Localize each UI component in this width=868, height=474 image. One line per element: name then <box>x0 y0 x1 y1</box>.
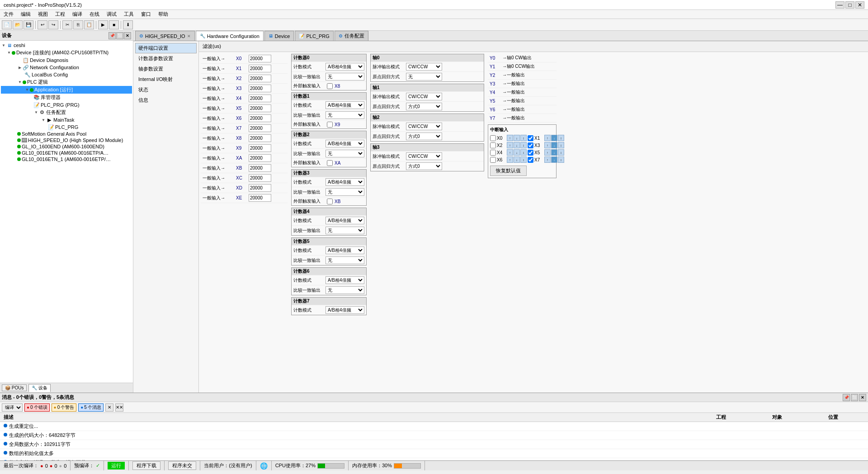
minimize-button[interactable]: — <box>835 1 844 9</box>
expand-icon[interactable] <box>17 57 23 63</box>
io-filter-input-x3[interactable] <box>249 85 271 92</box>
axis-1-home-select[interactable]: 方式0 <box>406 103 442 110</box>
axis-0-pulse-select[interactable]: CW/CCW <box>406 63 442 71</box>
int-icon-both[interactable]: ↕ <box>558 135 564 141</box>
menu-online[interactable]: 在线 <box>88 11 101 18</box>
io-filter-input-x4[interactable] <box>249 95 271 102</box>
counter-0-mode-select[interactable]: A/B相4倍频 <box>326 63 364 71</box>
counter-6-compare-select[interactable]: 无 <box>326 286 364 294</box>
counter-4-compare-select[interactable]: 无 <box>326 227 364 234</box>
hw-menu-status[interactable]: 状态 <box>135 85 197 95</box>
messages-pin-button[interactable]: 📌 <box>843 394 850 401</box>
int-icon-rise[interactable]: ↑ <box>544 135 551 141</box>
counter-1-compare-select[interactable]: 无 <box>326 111 364 119</box>
io-filter-input-xe[interactable] <box>249 194 271 202</box>
menu-project[interactable]: 工程 <box>53 11 67 18</box>
io-filter-input-x1[interactable] <box>249 65 271 72</box>
sidebar-item-softmotion[interactable]: SoftMotion General Axis Pool <box>1 131 132 137</box>
messages-clear-button[interactable]: ✕ <box>105 403 113 412</box>
int-icon-rise[interactable]: ↑ <box>544 149 551 156</box>
int-icon-rise[interactable]: ↑ <box>507 156 513 163</box>
int-icon-fall[interactable]: ↓ <box>514 156 520 163</box>
int-icon-both[interactable]: ↕ <box>520 156 527 163</box>
counter-1-mode-select[interactable]: A/B相4倍频 <box>326 101 364 109</box>
io-filter-input-x2[interactable] <box>249 75 271 82</box>
tab-io-close[interactable]: ✕ <box>187 34 191 38</box>
sidebar-item-root[interactable]: ▼ 🖥 ceshi <box>1 42 132 49</box>
interrupt-x2-check[interactable] <box>490 142 496 148</box>
menu-compile[interactable]: 编译 <box>71 11 84 18</box>
close-button[interactable]: ✕ <box>855 1 864 9</box>
io-filter-input-x7[interactable] <box>249 124 271 132</box>
int-icon-both[interactable]: ↕ <box>558 149 564 156</box>
sidebar-tab-pous[interactable]: 📦 POUs <box>2 384 27 391</box>
tab-hardware-config[interactable]: 🔧 Hardware Configuration <box>196 31 264 41</box>
messages-close-button[interactable]: ✕ <box>859 394 866 401</box>
interrupt-x7-check[interactable] <box>528 157 533 163</box>
menu-file[interactable]: 文件 <box>2 11 15 18</box>
tab-task-config[interactable]: ⚙ 任务配置 <box>335 31 368 41</box>
menu-help[interactable]: 帮助 <box>156 11 170 18</box>
axis-1-pulse-select[interactable]: CW/CCW <box>406 93 442 100</box>
hw-menu-counter[interactable]: 计数器参数设置 <box>135 53 197 64</box>
sidebar-item-network-config[interactable]: ▶ 🔗 Network Configuration <box>1 64 132 71</box>
io-filter-input-xb[interactable] <box>249 164 271 172</box>
sidebar-item-plc[interactable]: ▼ PLC 逻辑 <box>1 78 132 86</box>
sidebar-float-button[interactable]: ⬜ <box>116 32 123 39</box>
sidebar-item-task-config[interactable]: ▼ ⚙ 任务配置 <box>1 109 132 116</box>
counter-2-trigger-check[interactable] <box>327 160 333 166</box>
io-filter-input-x8[interactable] <box>249 134 271 142</box>
sidebar-item-device[interactable]: ▼ Device [连接的] (AM402-CPU1608TP/TN) <box>1 49 132 57</box>
counter-6-mode-select[interactable]: A/B相4倍频 <box>326 276 364 284</box>
int-icon-both[interactable]: ↕ <box>520 135 527 141</box>
int-icon-fall[interactable]: ↓ <box>514 149 520 156</box>
restore-defaults-button[interactable]: 恢复默认值 <box>490 166 527 176</box>
counter-7-mode-select[interactable]: A/B相4倍频 <box>326 306 364 314</box>
tab-device[interactable]: 🖥 Device <box>264 31 294 41</box>
sidebar-item-highspeed-io[interactable]: IO HIGH_SPEED_IO (High Speed IO Module) <box>1 137 132 143</box>
counter-3-trigger-check[interactable] <box>327 199 333 204</box>
menu-tools[interactable]: 工具 <box>122 11 136 18</box>
io-filter-input-xa[interactable] <box>249 154 271 162</box>
axis-3-pulse-select[interactable]: CW/CCW <box>406 152 442 160</box>
messages-float-button[interactable]: ⬜ <box>851 394 858 401</box>
interrupt-x1-check[interactable] <box>528 135 533 141</box>
sidebar-tab-devices[interactable]: 🔧 设备 <box>28 384 51 392</box>
expand-icon[interactable]: ▼ <box>41 117 46 123</box>
cut-button[interactable]: ✂ <box>62 20 72 29</box>
expand-icon[interactable]: ▼ <box>1 43 6 48</box>
sidebar-item-device-diagnosis[interactable]: 📋 Device Diagnosis <box>1 57 132 64</box>
int-icon-fall[interactable]: ↓ <box>514 142 520 148</box>
axis-2-pulse-select[interactable]: CW/CCW <box>406 123 442 130</box>
build-button[interactable]: ▶ <box>98 20 108 29</box>
new-button[interactable]: 📄 <box>2 20 12 29</box>
counter-3-mode-select[interactable]: A/B相4倍频 <box>326 178 364 186</box>
tab-high-speed-io[interactable]: ⚙ HIGH_SPEED_IO ✕ <box>135 31 195 41</box>
sidebar-item-plc-prg[interactable]: 📝 PLC_PRG (PRG) <box>1 101 132 109</box>
copy-button[interactable]: ⎘ <box>73 20 83 29</box>
expand-icon[interactable]: ▼ <box>6 50 12 56</box>
menu-view[interactable]: 视图 <box>36 11 50 18</box>
interrupt-x5-check[interactable] <box>528 150 533 156</box>
io-filter-input-x0[interactable] <box>249 55 271 62</box>
expand-icon[interactable]: ▶ <box>17 65 23 70</box>
int-icon-rise[interactable]: ↑ <box>544 142 551 148</box>
io-filter-input-x9[interactable] <box>249 144 271 152</box>
expand-icon[interactable]: ▼ <box>24 87 30 93</box>
int-icon-fall[interactable]: ↓ <box>514 135 520 141</box>
io-filter-input-xc[interactable] <box>249 174 271 182</box>
counter-2-compare-select[interactable]: 无 <box>326 150 364 157</box>
int-icon-both[interactable]: ↕ <box>520 142 527 148</box>
interrupt-x4-check[interactable] <box>490 150 496 156</box>
axis-0-home-select[interactable]: 无 <box>406 73 442 81</box>
interrupt-x6-check[interactable] <box>490 157 496 163</box>
sidebar-item-localbus[interactable]: 🔧 LocalBus Config <box>1 71 132 78</box>
menu-window[interactable]: 窗口 <box>139 11 153 18</box>
sidebar-item-plc-prg2[interactable]: 📝 PLC_PRG <box>1 123 132 131</box>
counter-4-mode-select[interactable]: A/B相4倍频 <box>326 217 364 224</box>
counter-5-mode-select[interactable]: A/B相4倍频 <box>326 246 364 254</box>
counter-1-trigger-check[interactable] <box>327 122 333 128</box>
int-icon-rise[interactable]: ↑ <box>544 156 551 163</box>
sidebar-item-application[interactable]: ▼ Application [运行] <box>1 86 132 94</box>
interrupt-x3-check[interactable] <box>528 142 533 148</box>
